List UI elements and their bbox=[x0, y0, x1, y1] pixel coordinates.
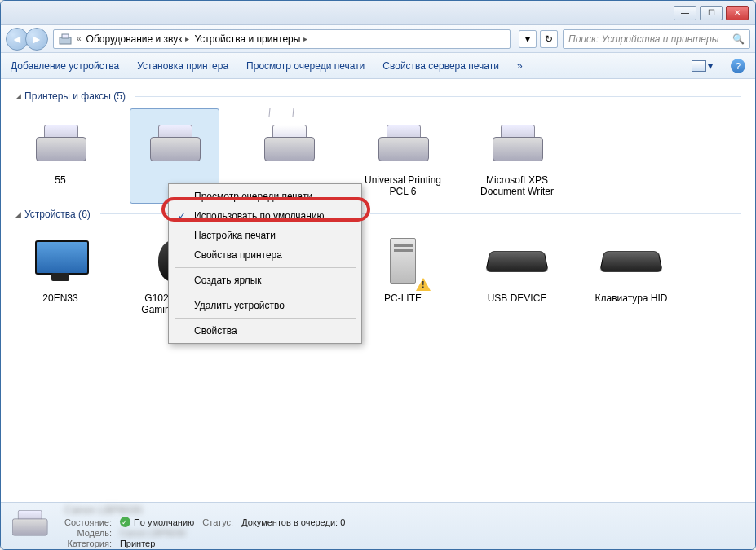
model-label: Модель: bbox=[64, 528, 112, 538]
monitor-icon bbox=[35, 240, 86, 281]
printer-icon bbox=[493, 125, 542, 161]
category-label: Категория: bbox=[64, 539, 112, 548]
titlebar: — ☐ ✕ bbox=[1, 1, 755, 25]
printer-icon bbox=[150, 125, 199, 161]
help-button[interactable]: ? bbox=[731, 59, 745, 73]
separator bbox=[175, 318, 356, 319]
fax-tray-icon bbox=[268, 108, 294, 117]
item-label: Microsoft XPS Document Writer bbox=[478, 174, 556, 198]
item-label: Universal Printing PCL 6 bbox=[364, 174, 442, 198]
item-label: PC-LITE bbox=[384, 293, 422, 304]
chevron-right-icon: ▸ bbox=[303, 34, 307, 43]
status-value: Документов в очереди: 0 bbox=[241, 517, 345, 527]
item-label: Клавиатура HID bbox=[595, 293, 668, 304]
chevron-prefix-icon: « bbox=[77, 34, 82, 43]
details-thumbnail bbox=[12, 510, 51, 543]
group-devices-header[interactable]: ◢ Устройства (6) bbox=[15, 209, 741, 220]
devices-icon bbox=[59, 33, 72, 46]
group-title: Устройства (6) bbox=[24, 209, 91, 220]
address-bar[interactable]: « Оборудование и звук▸ Устройства и прин… bbox=[53, 29, 511, 49]
warning-icon bbox=[416, 278, 431, 291]
view-mode-icon bbox=[692, 60, 706, 72]
close-button[interactable]: ✕ bbox=[726, 6, 749, 20]
model-value: Canon LBP6030 bbox=[120, 528, 194, 538]
chevron-right-icon: ▸ bbox=[185, 34, 189, 43]
keyboard-icon bbox=[599, 251, 663, 272]
details-pane: Canon LBP6030 Состояние: ✓По умолчанию С… bbox=[1, 502, 755, 549]
close-icon: ✕ bbox=[734, 8, 741, 17]
ctx-properties[interactable]: Свойства bbox=[171, 321, 359, 341]
content-area: ◢ Принтеры и факсы (5) 55 Universal Prin… bbox=[1, 79, 755, 502]
back-icon: ◄ bbox=[11, 33, 23, 46]
state-label: Состояние: bbox=[64, 517, 112, 527]
group-title: Принтеры и факсы (5) bbox=[24, 90, 126, 102]
printer-item[interactable]: 55 bbox=[15, 108, 105, 204]
minimize-button[interactable]: — bbox=[674, 6, 696, 20]
ctx-view-queue[interactable]: Просмотр очереди печати bbox=[171, 187, 359, 206]
printers-list: 55 Universal Printing PCL 6 Microsoft XP… bbox=[15, 108, 741, 204]
toolbar-view-queue[interactable]: Просмотр очереди печати bbox=[246, 60, 365, 72]
search-icon: 🔍 bbox=[732, 33, 745, 45]
details-device-name: Canon LBP6030 bbox=[64, 504, 345, 516]
fax-icon bbox=[264, 125, 313, 161]
breadcrumb-devices[interactable]: Устройства и принтеры▸ bbox=[194, 33, 307, 45]
item-label: USB DEVICE bbox=[488, 293, 547, 304]
view-mode-button[interactable]: ▾ bbox=[692, 60, 713, 72]
nav-buttons: ◄ ► bbox=[6, 28, 48, 51]
help-icon: ? bbox=[736, 61, 741, 71]
breadcrumb-hardware[interactable]: Оборудование и звук▸ bbox=[86, 33, 190, 45]
separator bbox=[175, 267, 356, 268]
ctx-print-settings[interactable]: Настройка печати bbox=[171, 226, 359, 245]
maximize-button[interactable]: ☐ bbox=[700, 6, 723, 20]
toolbar: Добавление устройства Установка принтера… bbox=[1, 53, 755, 79]
forward-icon: ► bbox=[31, 33, 42, 46]
pc-tower-icon bbox=[390, 238, 416, 284]
check-circle-icon: ✓ bbox=[120, 517, 130, 527]
refresh-button[interactable]: ↻ bbox=[540, 30, 558, 48]
svg-rect-1 bbox=[62, 34, 69, 38]
details-grid: Состояние: ✓По умолчанию Статус: Докумен… bbox=[64, 517, 345, 548]
ctx-printer-props[interactable]: Свойства принтера bbox=[171, 245, 359, 265]
toolbar-add-printer[interactable]: Установка принтера bbox=[137, 60, 228, 72]
device-item[interactable]: PC-LITE bbox=[358, 227, 448, 333]
minimize-icon: — bbox=[681, 8, 689, 17]
address-dropdown-button[interactable]: ▾ bbox=[519, 30, 537, 48]
group-printers-header[interactable]: ◢ Принтеры и факсы (5) bbox=[15, 90, 741, 102]
printer-icon bbox=[378, 125, 427, 161]
keyboard-icon bbox=[485, 251, 549, 272]
address-row: ◄ ► « Оборудование и звук▸ Устройства и … bbox=[1, 25, 755, 53]
explorer-window: — ☐ ✕ ◄ ► « Оборудование и звук▸ Устройс… bbox=[0, 0, 756, 550]
chevron-down-icon: ▾ bbox=[708, 60, 713, 72]
ctx-remove-device[interactable]: Удалить устройство bbox=[171, 296, 359, 315]
context-menu: Просмотр очереди печати ✓Использовать по… bbox=[168, 183, 362, 344]
search-placeholder: Поиск: Устройства и принтеры bbox=[568, 33, 718, 45]
separator bbox=[175, 293, 356, 293]
devices-list: 20EN33 G102 Prodigy Gaming Mouse HID-сов… bbox=[15, 227, 741, 333]
address-actions: ▾ ↻ bbox=[519, 30, 558, 48]
category-value: Принтер bbox=[120, 539, 194, 548]
toolbar-add-device[interactable]: Добавление устройства bbox=[11, 60, 119, 72]
toolbar-server-props[interactable]: Свойства сервера печати bbox=[382, 60, 499, 72]
check-icon: ✓ bbox=[178, 210, 186, 222]
status-label: Статус: bbox=[202, 517, 233, 527]
ctx-set-default[interactable]: ✓Использовать по умолчанию bbox=[171, 206, 359, 226]
printer-item[interactable]: Microsoft XPS Document Writer bbox=[472, 108, 562, 204]
state-value: ✓По умолчанию bbox=[120, 517, 194, 527]
search-input[interactable]: Поиск: Устройства и принтеры 🔍 bbox=[563, 29, 750, 49]
collapse-icon: ◢ bbox=[15, 92, 21, 100]
refresh-icon: ↻ bbox=[545, 33, 553, 45]
printer-icon bbox=[12, 510, 46, 536]
printer-item[interactable]: Universal Printing PCL 6 bbox=[358, 108, 448, 204]
printer-icon bbox=[36, 125, 85, 161]
ctx-create-shortcut[interactable]: Создать ярлык bbox=[171, 271, 359, 290]
item-label: 20EN33 bbox=[42, 293, 77, 304]
forward-button[interactable]: ► bbox=[25, 28, 48, 51]
device-item[interactable]: USB DEVICE bbox=[472, 227, 562, 333]
device-item[interactable]: Клавиатура HID bbox=[586, 227, 676, 333]
chevron-down-icon: ▾ bbox=[525, 33, 530, 45]
maximize-icon: ☐ bbox=[708, 8, 715, 17]
toolbar-overflow[interactable]: » bbox=[517, 60, 523, 72]
item-label: 55 bbox=[55, 174, 65, 186]
device-item[interactable]: 20EN33 bbox=[15, 227, 105, 333]
collapse-icon: ◢ bbox=[15, 210, 21, 218]
